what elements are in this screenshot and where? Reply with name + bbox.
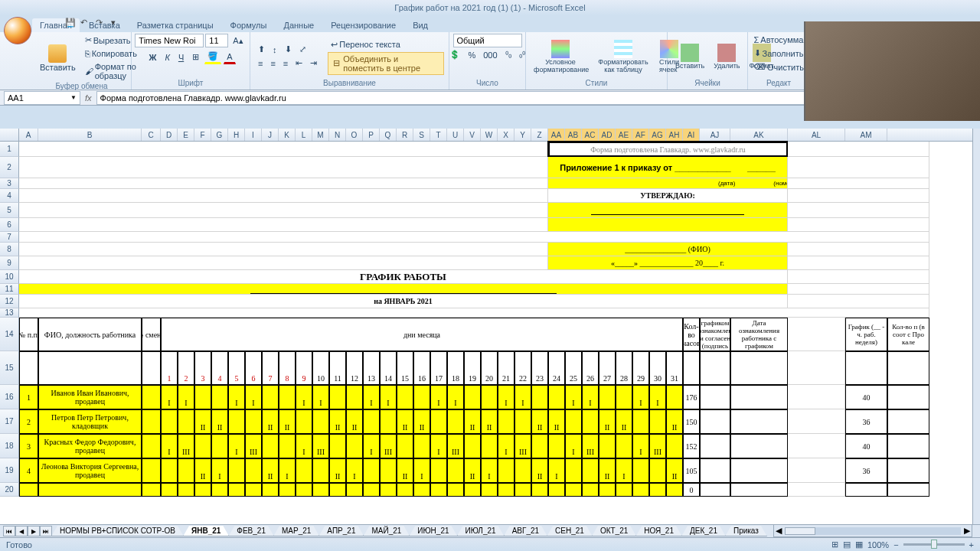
font-color-button[interactable]: A bbox=[224, 50, 235, 64]
cell[interactable]: 10 bbox=[312, 351, 329, 385]
column-header[interactable]: L bbox=[296, 129, 312, 141]
cell[interactable] bbox=[700, 458, 730, 483]
qat-dropdown-icon[interactable]: ▾ bbox=[111, 18, 122, 28]
cell[interactable]: 20 bbox=[481, 351, 498, 385]
sheet-tab[interactable]: АПР_21 bbox=[318, 526, 364, 536]
cell[interactable]: I bbox=[178, 385, 194, 409]
cell[interactable] bbox=[788, 385, 845, 409]
cell[interactable] bbox=[363, 458, 380, 483]
cell[interactable]: С графиком ознакомлен и согласен (подпис… bbox=[700, 318, 730, 351]
cell[interactable] bbox=[565, 483, 582, 497]
format-table-button[interactable]: Форматировать как таблицу bbox=[593, 38, 653, 75]
cell[interactable]: 9 bbox=[296, 351, 312, 385]
cell[interactable] bbox=[582, 458, 599, 483]
column-header[interactable]: O bbox=[346, 129, 363, 141]
cell[interactable] bbox=[548, 203, 788, 218]
sheet-tab[interactable]: АВГ_21 bbox=[504, 526, 547, 536]
sheet-tab[interactable]: МАР_21 bbox=[273, 526, 319, 536]
cell[interactable]: Форма подготовлена Главкадр. www.glavkad… bbox=[548, 142, 788, 157]
cell[interactable] bbox=[616, 483, 632, 497]
cell[interactable] bbox=[296, 458, 312, 483]
cell[interactable] bbox=[312, 483, 329, 497]
cell[interactable]: II bbox=[481, 409, 498, 434]
border-button[interactable]: ⊞ bbox=[189, 50, 202, 64]
cell[interactable]: 3 bbox=[19, 434, 38, 458]
cell[interactable] bbox=[548, 218, 788, 232]
cell[interactable]: III bbox=[649, 434, 666, 458]
cell[interactable] bbox=[498, 458, 514, 483]
cell[interactable] bbox=[413, 483, 430, 497]
column-header[interactable]: I bbox=[245, 129, 262, 141]
cell[interactable]: I bbox=[161, 385, 178, 409]
cell[interactable]: II bbox=[194, 409, 211, 434]
align-right-icon[interactable]: ≡ bbox=[280, 57, 291, 70]
cell[interactable] bbox=[666, 385, 683, 409]
cell[interactable] bbox=[730, 434, 788, 458]
row-header[interactable]: 2 bbox=[0, 157, 19, 178]
cell[interactable] bbox=[788, 203, 929, 218]
cell[interactable] bbox=[700, 409, 730, 434]
cell[interactable] bbox=[666, 434, 683, 458]
cell[interactable] bbox=[19, 157, 548, 178]
cell[interactable]: 30 bbox=[649, 351, 666, 385]
cell[interactable]: II bbox=[211, 409, 228, 434]
cell[interactable]: I bbox=[312, 385, 329, 409]
cell[interactable] bbox=[531, 434, 548, 458]
cell[interactable] bbox=[296, 409, 312, 434]
office-button[interactable] bbox=[4, 17, 31, 44]
cell[interactable] bbox=[262, 434, 279, 458]
cell[interactable] bbox=[565, 409, 582, 434]
cell[interactable]: Кол-во часов bbox=[683, 318, 700, 351]
cell[interactable] bbox=[788, 178, 929, 189]
cell[interactable]: 40 bbox=[845, 385, 887, 409]
column-header[interactable]: Z bbox=[531, 129, 548, 141]
column-header[interactable]: E bbox=[178, 129, 194, 141]
cell[interactable]: Иванов Иван Иванович, продавец bbox=[38, 385, 142, 409]
cell[interactable]: II bbox=[666, 458, 683, 483]
cell[interactable] bbox=[142, 483, 161, 497]
align-middle-icon[interactable]: ↕ bbox=[270, 43, 280, 56]
cell[interactable] bbox=[632, 409, 649, 434]
cell[interactable] bbox=[447, 409, 464, 434]
cell[interactable]: I bbox=[228, 385, 245, 409]
cell[interactable]: Дата ознакомления работника с графиком bbox=[730, 318, 788, 351]
row-header[interactable]: 17 bbox=[0, 409, 19, 434]
cell[interactable]: III bbox=[447, 434, 464, 458]
cell[interactable]: 176 bbox=[683, 385, 700, 409]
cell[interactable] bbox=[514, 458, 531, 483]
column-header[interactable]: AJ bbox=[700, 129, 730, 141]
column-header[interactable]: B bbox=[38, 129, 142, 141]
cell[interactable] bbox=[599, 434, 616, 458]
cell[interactable] bbox=[730, 409, 788, 434]
cell[interactable]: 36 bbox=[845, 409, 887, 434]
cell[interactable] bbox=[19, 218, 548, 232]
column-header[interactable]: AG bbox=[649, 129, 666, 141]
cell[interactable]: I bbox=[363, 434, 380, 458]
column-header[interactable]: U bbox=[447, 129, 464, 141]
cell[interactable]: 6 bbox=[245, 351, 262, 385]
cell[interactable]: II bbox=[616, 409, 632, 434]
sheet-tab[interactable]: ФЕВ_21 bbox=[228, 526, 274, 536]
cell[interactable]: I bbox=[565, 385, 582, 409]
column-header[interactable]: Q bbox=[380, 129, 397, 141]
cell[interactable] bbox=[19, 178, 548, 189]
cell[interactable] bbox=[788, 256, 929, 270]
sheet-tab[interactable]: ИЮН_21 bbox=[409, 526, 457, 536]
sheet-tab[interactable]: НОЯ_21 bbox=[635, 526, 682, 536]
row-header[interactable]: 8 bbox=[0, 243, 19, 256]
cell[interactable]: Приложение 1 к приказу от ____________ _… bbox=[548, 157, 788, 178]
cell[interactable] bbox=[19, 189, 548, 203]
cell[interactable] bbox=[548, 434, 565, 458]
cell[interactable] bbox=[161, 409, 178, 434]
cell[interactable] bbox=[194, 385, 211, 409]
cell[interactable] bbox=[211, 434, 228, 458]
cell[interactable] bbox=[514, 409, 531, 434]
fill-button[interactable]: ⬇Заполнить bbox=[751, 47, 807, 60]
fx-icon[interactable]: fx bbox=[85, 93, 92, 103]
cell[interactable]: 152 bbox=[683, 434, 700, 458]
ribbon-tab-5[interactable]: Рецензирование bbox=[323, 18, 403, 32]
cell[interactable] bbox=[178, 458, 194, 483]
cell[interactable] bbox=[329, 483, 346, 497]
cell[interactable] bbox=[296, 483, 312, 497]
cell[interactable]: I bbox=[245, 385, 262, 409]
